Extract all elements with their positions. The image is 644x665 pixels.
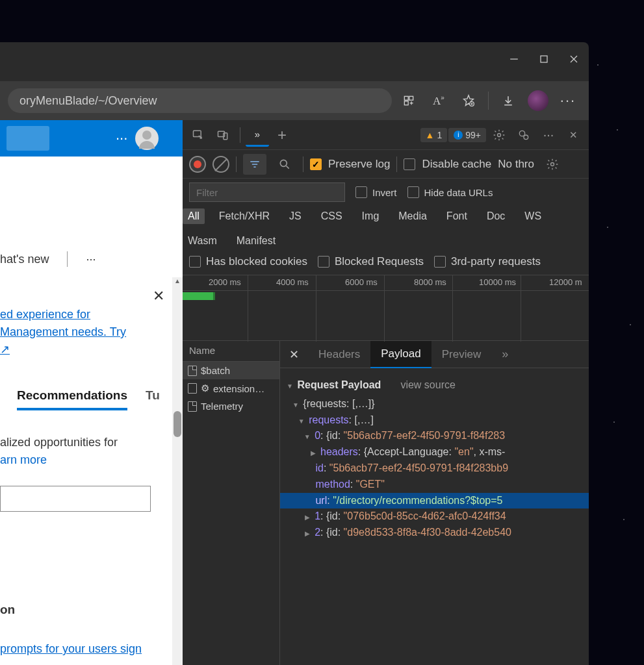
close-button[interactable] <box>559 49 589 69</box>
downloads-icon[interactable] <box>495 88 521 114</box>
detail-close-icon[interactable]: ✕ <box>280 347 308 362</box>
payload-line[interactable]: 2: {id: "d9e8d533-8f8a-4f30-8add-42eb540 <box>287 525 589 541</box>
section-heading: on <box>0 603 183 617</box>
svg-rect-4 <box>404 96 408 100</box>
extensions-icon[interactable] <box>396 88 422 114</box>
profile-avatar[interactable] <box>525 88 551 114</box>
blocked-cookies-checkbox[interactable] <box>189 256 201 268</box>
request-extension[interactable]: ⚙ extension… <box>183 379 279 397</box>
filter-input[interactable] <box>189 182 345 202</box>
dt-close-icon[interactable]: ✕ <box>561 123 585 147</box>
whats-new-label: hat's new <box>0 253 49 266</box>
payload-line[interactable]: method: "GET" <box>287 477 589 493</box>
tab-other[interactable]: Tu <box>146 388 160 410</box>
minimize-button[interactable] <box>499 49 529 69</box>
panel-close-icon[interactable]: ✕ <box>153 288 164 305</box>
type-all[interactable]: All <box>183 208 205 224</box>
filter-row: Invert Hide data URLs <box>183 179 589 206</box>
settings-icon[interactable] <box>487 123 511 147</box>
invert-checkbox[interactable] <box>355 186 367 198</box>
type-fetch[interactable]: Fetch/XHR <box>214 208 275 224</box>
search-input[interactable] <box>0 486 151 512</box>
expand-icon[interactable] <box>304 508 311 525</box>
type-ws[interactable]: WS <box>519 208 547 224</box>
preserve-log-checkbox[interactable] <box>310 158 322 170</box>
tab-headers[interactable]: Headers <box>308 342 370 368</box>
expand-icon[interactable] <box>310 444 316 460</box>
feedback-icon[interactable] <box>512 123 535 147</box>
disable-cache-checkbox[interactable] <box>404 158 415 170</box>
bottom-link[interactable]: prompts for your users sign <box>0 640 183 658</box>
read-aloud-icon[interactable]: A» <box>426 88 452 114</box>
scroll-up-icon[interactable]: ▲ <box>172 277 183 288</box>
payload-line-selected[interactable]: url: "/directory/recommendations?$top=5 <box>280 493 589 509</box>
timeline[interactable]: 2000 ms 4000 ms 6000 ms 8000 ms 10000 ms… <box>183 275 589 341</box>
tab-payload[interactable]: Payload <box>370 341 431 368</box>
tab-recommendations[interactable]: Recommendations <box>17 388 127 410</box>
third-party-checkbox[interactable] <box>434 256 446 268</box>
type-wasm[interactable]: Wasm <box>183 233 222 249</box>
type-js[interactable]: JS <box>284 208 307 224</box>
more-icon[interactable]: ··· <box>555 88 581 114</box>
url-bar[interactable]: oryMenuBlade/~/Overview <box>8 88 392 113</box>
type-doc[interactable]: Doc <box>482 208 510 224</box>
dt-more-icon[interactable]: ··· <box>537 123 560 147</box>
device-icon[interactable] <box>211 123 235 147</box>
expand-icon[interactable] <box>304 428 311 444</box>
payload-line[interactable]: headers: {Accept-Language: "en", x-ms- <box>287 444 589 460</box>
more-dots-icon[interactable]: ··· <box>86 253 96 266</box>
throttle-select[interactable]: No thro <box>498 158 534 171</box>
svg-point-17 <box>498 133 501 136</box>
request-batch[interactable]: $batch <box>183 362 279 379</box>
disable-cache-label: Disable cache <box>422 158 491 171</box>
record-button[interactable] <box>189 156 206 173</box>
user-avatar-icon[interactable] <box>135 127 159 150</box>
maximize-button[interactable] <box>529 49 559 69</box>
hide-urls-checkbox[interactable] <box>407 186 419 198</box>
add-tab-icon[interactable]: + <box>270 123 294 147</box>
payload-line[interactable]: 1: {id: "076b5c0d-85cc-4d62-afc0-424ff34 <box>287 508 589 525</box>
type-css[interactable]: CSS <box>316 208 348 224</box>
expand-icon[interactable] <box>298 412 305 429</box>
svg-rect-5 <box>409 96 413 100</box>
search-icon[interactable] <box>273 153 296 176</box>
tick: 6000 ms <box>345 277 378 287</box>
expand-icon[interactable] <box>287 377 293 394</box>
filter-toggle-icon[interactable] <box>243 154 266 175</box>
view-source-link[interactable]: view source <box>400 377 455 394</box>
scroll-thumb[interactable] <box>174 411 181 437</box>
type-img[interactable]: Img <box>357 208 385 224</box>
payload-line[interactable]: requests: [,…] <box>287 412 589 429</box>
tab-more-icon[interactable]: » <box>491 341 519 368</box>
network-settings-icon[interactable] <box>541 153 564 176</box>
expand-icon[interactable] <box>292 396 299 412</box>
request-telemetry[interactable]: Telemetry <box>183 397 279 415</box>
payload-line[interactable]: {requests: [,…]} <box>287 396 589 412</box>
inspect-icon[interactable] <box>187 123 210 147</box>
more-tabs-icon[interactable]: » <box>246 123 269 147</box>
svg-point-23 <box>280 160 287 166</box>
clear-button[interactable] <box>213 156 229 173</box>
type-manifest[interactable]: Manifest <box>231 233 281 249</box>
learn-more-link[interactable]: arn more <box>0 453 47 466</box>
name-column-header[interactable]: Name <box>183 341 279 362</box>
warnings-badge[interactable]: ▲1 <box>420 128 448 142</box>
type-font[interactable]: Font <box>441 208 472 224</box>
scrollbar[interactable]: ▲ <box>172 277 183 665</box>
expand-icon[interactable] <box>304 525 311 541</box>
header-more-icon[interactable]: ··· <box>116 130 127 147</box>
promo-link[interactable]: ed experience for Management needs. Try … <box>0 306 183 358</box>
svg-point-18 <box>519 131 524 136</box>
page-tabs: Recommendations Tu <box>0 358 183 410</box>
tab-preview[interactable]: Preview <box>431 342 491 368</box>
svg-rect-16 <box>224 132 227 139</box>
type-media[interactable]: Media <box>393 208 432 224</box>
preserve-log-label: Preserve log <box>328 158 390 171</box>
favorites-icon[interactable] <box>456 88 482 114</box>
blocked-requests-checkbox[interactable] <box>318 256 329 268</box>
type-filter-row: All Fetch/XHR JS CSS Img Media Font Doc … <box>183 206 589 251</box>
browser-toolbar: oryMenuBlade/~/Overview A» ··· <box>0 81 589 120</box>
payload-line[interactable]: id: "5b6acb77-eef2-4f50-9791-f84f283bb9 <box>287 460 589 477</box>
info-badge[interactable]: i99+ <box>448 128 486 142</box>
payload-line[interactable]: 0: {id: "5b6acb77-eef2-4f50-9791-f84f283 <box>287 428 589 444</box>
